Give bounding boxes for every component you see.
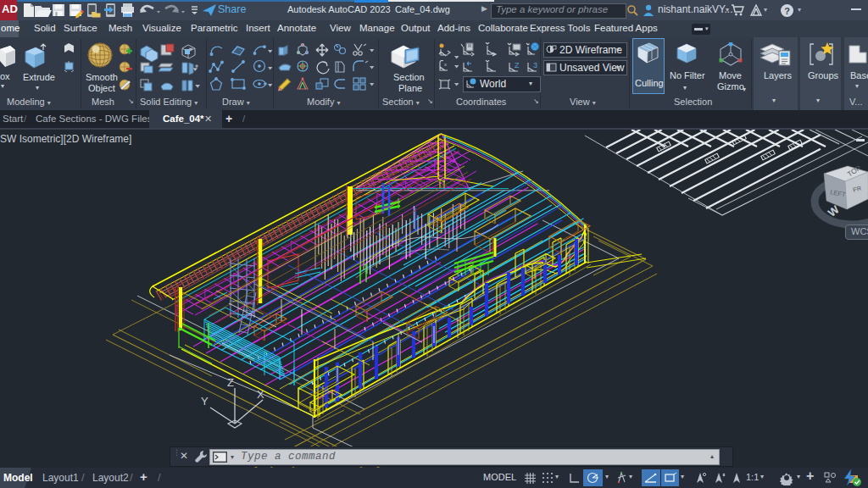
- svg-text:x: x: [444, 62, 447, 67]
- svg-text:X: X: [257, 388, 264, 401]
- svg-text:Y: Y: [201, 395, 209, 408]
- svg-text:3: 3: [533, 61, 537, 69]
- svg-text:Z: Z: [515, 61, 520, 69]
- svg-text:?: ?: [784, 6, 790, 16]
- svg-text:Z: Z: [227, 376, 234, 389]
